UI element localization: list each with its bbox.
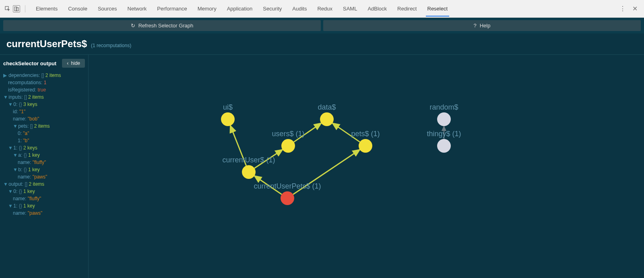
tree-row-dependencies[interactable]: ▶ dependencies: [] 2 items	[3, 72, 85, 79]
close-icon[interactable]: ✕	[632, 5, 638, 12]
graph-node-currentUserPets[interactable]	[281, 191, 294, 205]
tree-row-inputs[interactable]: ▼ inputs: [] 2 items	[3, 93, 85, 101]
tree-row-output-0-name: name: "fluffy"	[3, 195, 85, 202]
tree-row-output-1-name: name: "paws"	[3, 210, 85, 217]
graph-node-pets[interactable]	[359, 139, 372, 153]
devtools-tab-redirect[interactable]: Redirect	[396, 1, 418, 17]
graph-edge	[254, 149, 283, 168]
tree-row-output[interactable]: ▼ output: [] 2 items	[3, 180, 85, 188]
tree-row-inputs-0[interactable]: ▼ 0: {} 3 keys	[3, 101, 85, 108]
sidebar: checkSelector output ‹ hide ▶ dependenci…	[0, 55, 89, 278]
refresh-graph-button[interactable]: ↻ Refresh Selector Graph	[3, 20, 321, 31]
devtools-tabs: ElementsConsoleSourcesNetworkPerformance…	[34, 1, 618, 17]
tree-row-inputs-1[interactable]: ▼ 1: {} 2 keys	[3, 144, 85, 151]
hide-button[interactable]: ‹ hide	[62, 59, 85, 68]
devtools-tab-reselect[interactable]: Reselect	[426, 1, 450, 17]
refresh-icon: ↻	[131, 23, 135, 29]
graph-edge	[332, 123, 360, 142]
separator	[25, 5, 25, 12]
tree-row-inputs-0-name: name: "bob"	[3, 115, 85, 122]
graph-node-ui[interactable]	[221, 112, 235, 126]
chevron-left-icon: ‹	[67, 60, 68, 66]
graph-edge	[294, 123, 321, 142]
graph-svg	[89, 55, 644, 278]
svg-rect-2	[16, 8, 19, 11]
selector-title: currentUserPets$	[6, 38, 87, 50]
device-toggle-icon[interactable]	[13, 5, 20, 12]
main-split: checkSelector output ‹ hide ▶ dependenci…	[0, 55, 644, 278]
devtools-tab-sources[interactable]: Sources	[96, 1, 119, 17]
devtools-tab-application[interactable]: Application	[225, 1, 254, 17]
hide-label: hide	[71, 60, 80, 66]
devtools-tab-saml[interactable]: SAML	[341, 1, 359, 17]
devtools-tab-security[interactable]: Security	[261, 1, 283, 17]
devtools-tab-performance[interactable]: Performance	[155, 1, 188, 17]
tree-row-inputs-1-a[interactable]: ▼ a: {} 1 key	[3, 151, 85, 159]
more-icon[interactable]: ⋮	[619, 5, 626, 12]
help-button[interactable]: ? Help	[323, 20, 641, 31]
recomputations-badge: (1 recomputations)	[91, 43, 131, 48]
tree-row-inputs-0-pets-0: 0: "a"	[3, 130, 85, 137]
selector-graph[interactable]: ui$data$users$ (1)pets$ (1)currentUser$ …	[89, 55, 644, 278]
tree-row-output-1[interactable]: ▼ 1: {} 1 key	[3, 202, 85, 210]
graph-node-users[interactable]	[281, 139, 295, 153]
help-icon: ?	[474, 23, 477, 29]
tree-row-inputs-0-id: id: "1"	[3, 108, 85, 115]
graph-edge	[254, 176, 282, 195]
tree-row-inputs-0-pets[interactable]: ▼ pets: [] 2 items	[3, 122, 85, 130]
inspector-tree: ▶ dependencies: [] 2 items recomputation…	[3, 72, 85, 217]
inspect-icon[interactable]	[4, 5, 11, 12]
graph-node-data[interactable]	[320, 112, 334, 126]
graph-node-currentUser[interactable]	[242, 165, 256, 179]
refresh-label: Refresh Selector Graph	[138, 23, 194, 29]
tree-row-isregistered: isRegistered: true	[3, 86, 85, 93]
graph-node-thingy[interactable]	[437, 139, 451, 153]
sidebar-header: checkSelector output ‹ hide	[3, 59, 85, 68]
extension-toolbar: ↻ Refresh Selector Graph ? Help	[0, 18, 644, 33]
devtools-tab-network[interactable]: Network	[126, 1, 149, 17]
graph-edge	[230, 126, 246, 166]
devtools-tab-memory[interactable]: Memory	[196, 1, 218, 17]
tree-row-output-0[interactable]: ▼ 0: {} 1 key	[3, 188, 85, 195]
help-label: Help	[480, 23, 491, 29]
tree-row-recomputations: recomputations: 1	[3, 79, 85, 86]
devtools-tab-console[interactable]: Console	[66, 1, 89, 17]
devtools-tab-adblock[interactable]: AdBlock	[366, 1, 388, 17]
devtools-tab-elements[interactable]: Elements	[34, 1, 59, 17]
tree-row-inputs-1-a-name: name: "fluffy"	[3, 159, 85, 166]
tree-row-inputs-1-b-name: name: "paws"	[3, 173, 85, 180]
graph-edge	[293, 149, 360, 194]
devtools-tab-redux[interactable]: Redux	[316, 1, 334, 17]
sidebar-title: checkSelector output	[3, 60, 56, 66]
selector-header: currentUserPets$ (1 recomputations)	[0, 33, 644, 55]
graph-node-random[interactable]	[437, 112, 451, 126]
tree-row-inputs-0-pets-1: 1: "b"	[3, 137, 85, 144]
devtools-tab-audits[interactable]: Audits	[291, 1, 308, 17]
devtools-right-controls: ⋮ ✕	[619, 5, 640, 12]
tree-row-inputs-1-b[interactable]: ▼ b: {} 1 key	[3, 166, 85, 173]
devtools-tabbar: ElementsConsoleSourcesNetworkPerformance…	[0, 0, 644, 18]
